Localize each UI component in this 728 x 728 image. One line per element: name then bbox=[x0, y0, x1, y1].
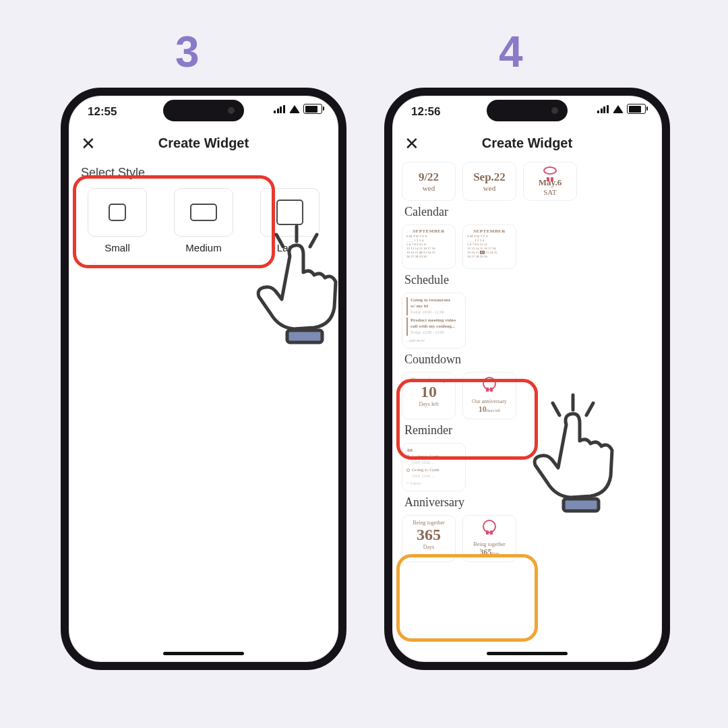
calendar-widget-2[interactable]: SEPTEMBERS M T W T F S_ _ _ 1 2 3 45 6 7… bbox=[462, 224, 516, 269]
schedule-widget[interactable]: Going to restaurantw/ my bfToday, 10:00 … bbox=[402, 293, 466, 348]
page-title: Create Widget bbox=[69, 128, 338, 158]
date-widget-1[interactable]: 9/22wed bbox=[402, 162, 456, 201]
reminder-widget[interactable]: All Going to GymUntil 12am ... Going to … bbox=[402, 443, 466, 491]
style-option-small[interactable]: Small bbox=[78, 185, 156, 256]
page-title: Create Widget bbox=[392, 128, 662, 158]
status-time: 12:56 bbox=[411, 105, 440, 119]
medal-icon bbox=[543, 166, 557, 175]
battery-icon bbox=[303, 104, 322, 114]
section-countdown: Countdown bbox=[404, 353, 653, 367]
style-option-large[interactable]: Large bbox=[251, 185, 329, 256]
section-select-style: Select Style bbox=[81, 166, 329, 180]
cell-signal-icon bbox=[274, 105, 286, 113]
wifi-icon bbox=[613, 105, 624, 113]
status-bar: 12:55 bbox=[85, 104, 322, 120]
step-number-4: 4 bbox=[499, 27, 523, 77]
calendar-widget-1[interactable]: SEPTEMBERS M T W T F S_ _ _ 1 2 3 45 6 7… bbox=[402, 224, 456, 269]
section-anniversary: Anniversary bbox=[404, 495, 653, 510]
large-shape-icon bbox=[276, 200, 303, 225]
phone-mockup-4: 12:56 ✕ Create Widget 9/22wed Sep.22wed … bbox=[384, 88, 670, 670]
step-number-3: 3 bbox=[175, 27, 200, 77]
countdown-widget-1[interactable]: Our anniversary10Days left bbox=[402, 372, 456, 419]
status-time: 12:55 bbox=[88, 105, 117, 119]
medal-icon bbox=[483, 377, 496, 390]
anniversary-widget-2[interactable]: Being together365days bbox=[462, 515, 516, 562]
date-widget-2[interactable]: Sep.22wed bbox=[462, 162, 516, 201]
style-label: Medium bbox=[185, 242, 221, 253]
anniversary-widget-1[interactable]: Being together365Days bbox=[402, 515, 456, 562]
home-indicator bbox=[487, 652, 568, 655]
style-label: Large bbox=[277, 242, 303, 253]
section-calendar: Calendar bbox=[404, 205, 653, 219]
phone-mockup-3: 12:55 ✕ Create Widget Select Style Small… bbox=[61, 88, 346, 670]
small-shape-icon bbox=[109, 204, 126, 221]
section-reminder: Reminder bbox=[404, 423, 653, 437]
medal-icon bbox=[483, 520, 496, 533]
section-schedule: Schedule bbox=[404, 273, 653, 287]
medium-shape-icon bbox=[190, 204, 217, 221]
close-icon[interactable]: ✕ bbox=[81, 133, 96, 154]
home-indicator bbox=[163, 652, 244, 655]
date-widget-3[interactable]: May.6SAT bbox=[523, 162, 577, 201]
cell-signal-icon bbox=[597, 105, 609, 113]
wifi-icon bbox=[289, 105, 300, 113]
countdown-widget-2[interactable]: Our anniversary1010days leftdays left bbox=[462, 372, 516, 419]
style-option-medium[interactable]: Medium bbox=[164, 185, 243, 256]
status-bar: 12:56 bbox=[408, 104, 646, 120]
battery-icon bbox=[627, 104, 646, 114]
close-icon[interactable]: ✕ bbox=[404, 133, 419, 154]
style-label: Small bbox=[104, 242, 130, 253]
